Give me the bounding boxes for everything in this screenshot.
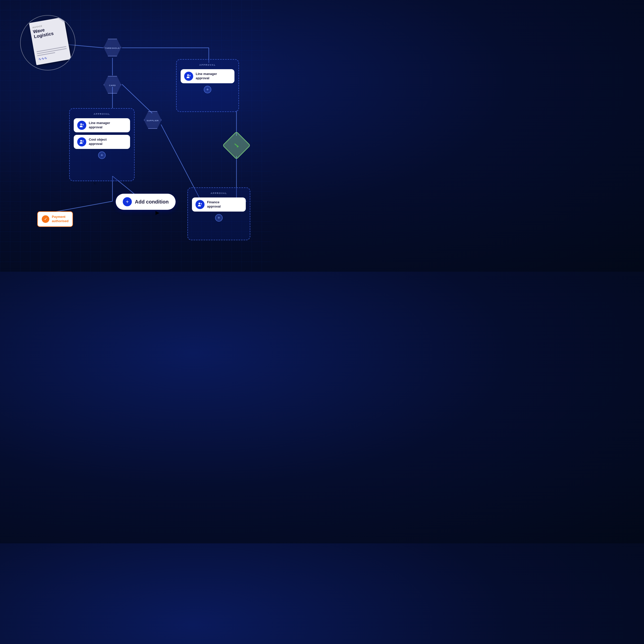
add-condition-button[interactable]: + Add condition — [116, 194, 176, 210]
svg-point-21 — [83, 141, 84, 142]
threshold-node[interactable]: THRESHOLD — [103, 38, 122, 57]
card-node[interactable]: CARD — [103, 75, 122, 94]
check-diamond-container: ✓ — [226, 135, 247, 155]
add-approver-btn-bottom-right[interactable]: + — [215, 214, 223, 222]
payment-authorised-badge: ✓ Payment authorised — [37, 211, 73, 227]
add-condition-plus-icon: + — [123, 197, 132, 206]
threshold-label: THRESHOLD — [105, 47, 120, 49]
approval-card-text-line-manager-top: Line managerapproval — [196, 72, 217, 81]
approval-title-middle-left: APPROVAL — [74, 113, 130, 115]
approval-icon-line-manager-mid — [77, 121, 86, 130]
approval-title-top-right: APPROVAL — [181, 64, 234, 66]
invoice-paper: INVOICE Wave Logistics ∿∿∿ — [29, 17, 71, 65]
supplier-label: SUPPLIER — [147, 119, 159, 122]
approval-card-cost-object[interactable]: Cost objectapproval — [74, 135, 130, 149]
card-label: CARD — [109, 84, 116, 87]
svg-point-15 — [189, 75, 190, 76]
add-approver-btn-mid-left[interactable]: + — [98, 151, 106, 159]
add-condition-label: Add condition — [135, 199, 169, 205]
approval-card-line-manager-mid[interactable]: Line managerapproval — [74, 118, 130, 132]
approval-box-middle-left: APPROVAL Line managerapproval — [69, 108, 135, 181]
svg-point-24 — [201, 203, 202, 204]
approval-box-bottom-right: APPROVAL Financeapproval + — [187, 187, 250, 240]
approval-title-bottom-right: APPROVAL — [192, 192, 246, 194]
svg-point-14 — [187, 74, 189, 76]
svg-point-18 — [83, 124, 84, 125]
cursor-hand: ☜ — [93, 181, 97, 186]
approval-card-finance[interactable]: Financeapproval — [192, 197, 246, 212]
invoice-lines — [36, 46, 67, 57]
approval-icon-cost-object — [77, 137, 86, 146]
invoice-node: INVOICE Wave Logistics ∿∿∿ — [20, 15, 75, 70]
payment-text: Payment authorised — [52, 215, 68, 223]
approval-card-text-line-manager-mid: Line managerapproval — [89, 121, 110, 130]
svg-point-17 — [80, 124, 82, 125]
approval-icon-finance — [195, 200, 205, 209]
svg-point-20 — [80, 140, 82, 142]
approval-box-top-right: APPROVAL Line managerapproval + — [176, 59, 239, 112]
cursor: ▶ — [155, 210, 159, 216]
approval-card-text-finance: Financeapproval — [207, 200, 221, 209]
approval-card-text-cost-object: Cost objectapproval — [89, 138, 107, 146]
approval-icon-line-manager-top — [184, 72, 193, 81]
check-diamond-icon: ✓ — [222, 131, 251, 159]
approval-card-line-manager-top[interactable]: Line managerapproval — [181, 69, 234, 83]
add-approver-btn-top-right[interactable]: + — [204, 86, 211, 93]
payment-check-icon: ✓ — [42, 215, 49, 223]
supplier-node[interactable]: SUPPLIER — [143, 111, 162, 129]
svg-point-23 — [198, 203, 200, 205]
